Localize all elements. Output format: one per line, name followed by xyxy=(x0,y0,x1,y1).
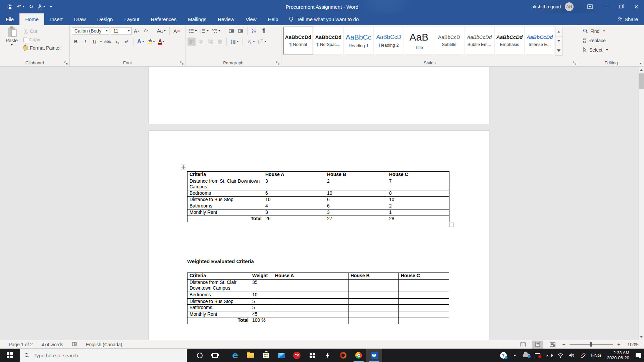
table-cell[interactable]: 35 xyxy=(250,280,273,292)
italic-button[interactable]: I xyxy=(81,38,89,46)
style-subtitle[interactable]: AaBbCcD Subtitle xyxy=(434,27,464,54)
table-cell[interactable]: 2 xyxy=(325,178,387,190)
task-view-button[interactable] xyxy=(207,349,223,362)
table-resize-handle[interactable] xyxy=(449,223,454,227)
table-cell[interactable]: 1 xyxy=(387,209,449,216)
office-button[interactable] xyxy=(335,349,351,362)
clock[interactable]: 2:33 AM 2020-06-20 xyxy=(604,350,633,360)
table-cell[interactable]: 6 xyxy=(263,190,325,197)
table-cell[interactable]: Bedrooms xyxy=(187,190,263,197)
styles-scroll-up-button[interactable] xyxy=(555,27,562,37)
document-canvas[interactable]: Criteria House A House B House C Distanc… xyxy=(0,67,644,340)
table-cell[interactable]: 8 xyxy=(387,190,449,197)
print-layout-button[interactable] xyxy=(532,341,543,349)
collapse-ribbon-button[interactable] xyxy=(639,60,642,65)
tab-layout[interactable]: Layout xyxy=(118,13,145,25)
table-cell[interactable]: 10 xyxy=(250,292,273,299)
tab-insert[interactable]: Insert xyxy=(44,13,68,25)
style-emphasis[interactable]: AaBbCcDd Emphasis xyxy=(495,27,524,54)
table-cell[interactable] xyxy=(348,317,399,324)
table-cell[interactable]: House C xyxy=(399,273,449,280)
tab-help[interactable]: Help xyxy=(262,13,284,25)
table-cell[interactable] xyxy=(348,305,399,311)
underline-caret-icon[interactable] xyxy=(100,41,102,42)
font-dialog-launcher[interactable] xyxy=(180,61,184,65)
sort-button[interactable]: AZ xyxy=(250,27,258,35)
style-subtle-emphasis[interactable]: AaBbCcDd Subtle Em... xyxy=(465,27,494,54)
web-layout-button[interactable] xyxy=(547,341,558,349)
table-cell[interactable]: Distance from St. Clair Downtown Campus xyxy=(187,280,250,292)
style-title[interactable]: AaB Title xyxy=(404,27,434,54)
table-cell[interactable] xyxy=(348,280,399,292)
zoom-out-button[interactable]: − xyxy=(561,342,566,348)
page-2[interactable]: Criteria House A House B House C Distanc… xyxy=(149,131,489,340)
vertical-scrollbar[interactable] xyxy=(638,67,644,340)
table-cell[interactable]: 4 xyxy=(263,203,325,209)
section-heading[interactable]: Weighted Evaluated Criteria xyxy=(187,258,254,264)
page-1[interactable] xyxy=(149,67,489,124)
customize-qat-button[interactable] xyxy=(50,6,52,7)
tell-me-box[interactable]: Tell me what you want to do xyxy=(284,13,364,25)
microsoft-store-button[interactable] xyxy=(258,349,274,362)
styles-dialog-launcher[interactable] xyxy=(573,61,577,65)
redo-button[interactable]: ↻ xyxy=(29,4,34,10)
language-button[interactable]: ENG xyxy=(589,349,604,362)
clipboard-dialog-launcher[interactable] xyxy=(64,61,68,65)
table-cell[interactable]: 3 xyxy=(263,178,325,190)
table-cell[interactable]: 6 xyxy=(325,203,387,209)
minimize-button[interactable]: — xyxy=(598,0,613,13)
close-button[interactable]: × xyxy=(629,0,644,13)
zoom-in-button[interactable]: + xyxy=(616,342,621,348)
table-cell[interactable]: 100 % xyxy=(250,317,273,324)
file-explorer-button[interactable] xyxy=(243,349,258,362)
table-cell[interactable]: Bedrooms xyxy=(187,292,250,299)
word-taskbar-button[interactable]: W xyxy=(366,349,382,362)
table-cell[interactable] xyxy=(273,292,348,299)
styles-more-button[interactable] xyxy=(555,46,562,55)
table-cell[interactable]: Monthly Rent xyxy=(187,209,263,216)
scroll-down-button[interactable] xyxy=(639,334,644,340)
change-case-button[interactable]: Aa xyxy=(156,27,167,35)
table-cell[interactable] xyxy=(399,299,449,305)
bold-button[interactable]: B xyxy=(72,38,80,46)
undo-button[interactable]: ↶ xyxy=(17,4,24,10)
table-cell[interactable]: 45 xyxy=(250,311,273,317)
find-button[interactable]: Find xyxy=(583,27,642,35)
table-cell[interactable]: Monthly Rent xyxy=(187,311,250,317)
wifi-button[interactable] xyxy=(555,349,566,362)
strikethrough-button[interactable]: abc xyxy=(103,38,112,46)
table-cell[interactable]: House B xyxy=(348,273,399,280)
table-cell[interactable]: 26 xyxy=(263,216,325,222)
battery-button[interactable] xyxy=(543,349,555,362)
mail-button[interactable] xyxy=(274,349,289,362)
table-cell[interactable]: 3 xyxy=(263,209,325,216)
page-indicator[interactable]: Page 1 of 2 xyxy=(9,342,33,347)
underline-button[interactable]: U xyxy=(91,38,99,46)
scrollbar-thumb[interactable] xyxy=(639,73,644,89)
grow-font-button[interactable]: A xyxy=(133,27,141,35)
ribbon-display-options-button[interactable] xyxy=(582,0,598,13)
shading-button[interactable] xyxy=(246,38,256,46)
style-no-spacing[interactable]: AaBbCcDd ¶ No Spac... xyxy=(314,27,343,54)
align-left-button[interactable] xyxy=(187,38,196,46)
shrink-font-button[interactable]: A xyxy=(142,27,150,35)
align-right-button[interactable] xyxy=(206,38,214,46)
chrome-button[interactable] xyxy=(351,349,366,362)
table-cell[interactable]: 28 xyxy=(387,216,449,222)
format-painter-button[interactable]: Format Painter xyxy=(23,45,61,51)
table-cell[interactable]: Distance from St. Clair Downtown Campus xyxy=(187,178,263,190)
font-size-combo[interactable]: 11 xyxy=(111,27,131,35)
align-center-button[interactable] xyxy=(197,38,205,46)
tab-view[interactable]: View xyxy=(240,13,262,25)
tray-expand-button[interactable] xyxy=(509,349,521,362)
replace-button[interactable]: abac Replace xyxy=(583,36,642,45)
style-heading2[interactable]: AaBbCcD Heading 2 xyxy=(374,27,404,54)
numbering-button[interactable] xyxy=(199,27,210,35)
table-cell[interactable]: House A xyxy=(273,273,348,280)
touch-mode-button[interactable] xyxy=(38,4,45,9)
table-cell[interactable]: 7 xyxy=(387,178,449,190)
table-cell[interactable]: 27 xyxy=(325,216,387,222)
bullets-button[interactable] xyxy=(187,27,198,35)
table-cell[interactable]: 2 xyxy=(387,203,449,209)
save-icon[interactable] xyxy=(7,4,12,9)
